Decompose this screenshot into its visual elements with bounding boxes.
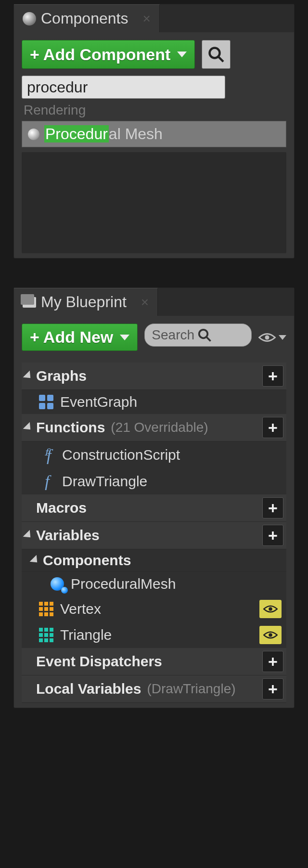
search-icon: [207, 46, 225, 63]
search-placeholder: Search: [152, 327, 194, 343]
search-category-label: Rendering: [22, 99, 286, 121]
section-title: Variables: [36, 527, 100, 544]
section-title: Macros: [36, 500, 87, 516]
expand-arrow-icon: [23, 422, 34, 433]
item-label: ConstructionScript: [62, 447, 180, 463]
section-header-graphs[interactable]: Graphs +: [22, 363, 286, 390]
component-mesh-icon: [51, 577, 64, 591]
section-header-local-variables[interactable]: Local Variables (DrawTriangle) +: [22, 675, 286, 703]
add-macro-button[interactable]: +: [262, 497, 283, 518]
svg-point-5: [269, 607, 272, 611]
item-proceduralmesh[interactable]: ProceduralMesh: [22, 572, 286, 596]
item-vertex[interactable]: Vertex: [22, 596, 286, 622]
add-local-variable-button[interactable]: +: [262, 678, 283, 700]
expand-arrow-icon: [23, 371, 34, 382]
array-icon: [39, 628, 53, 642]
blueprint-search-input[interactable]: Search: [144, 324, 252, 347]
add-variable-button[interactable]: +: [262, 525, 283, 546]
svg-point-4: [265, 335, 270, 339]
plus-icon: +: [30, 328, 39, 347]
function-icon: f: [39, 472, 55, 491]
eye-icon: [258, 332, 276, 343]
my-blueprint-panel: My Blueprint × + Add New Search: [13, 287, 295, 708]
section-header-macros[interactable]: Macros +: [22, 494, 286, 522]
eye-icon: [263, 604, 278, 614]
section-header-event-dispatchers[interactable]: Event Dispatchers +: [22, 648, 286, 675]
chevron-down-icon: [279, 335, 286, 340]
expand-arrow-icon: [30, 555, 41, 566]
search-icon: [197, 328, 212, 342]
chevron-down-icon: [177, 52, 187, 57]
subsection-header-components[interactable]: Components: [22, 549, 286, 572]
result-remainder: al Mesh: [109, 125, 163, 143]
components-panel: Components × + Add Component Rend: [13, 4, 295, 259]
plus-icon: +: [30, 45, 39, 64]
item-drawtriangle[interactable]: f DrawTriangle: [22, 468, 286, 494]
section-annotation: (21 Overridable): [111, 420, 260, 435]
section-title: Local Variables: [36, 681, 141, 697]
function-override-icon: ᶠf: [39, 445, 55, 465]
graph-icon: [39, 395, 53, 409]
components-tabbar: Components ×: [14, 4, 294, 32]
expand-arrow-icon: [23, 530, 34, 541]
item-label: DrawTriangle: [62, 473, 147, 490]
item-eventgraph[interactable]: EventGraph: [22, 390, 286, 414]
svg-line-1: [218, 57, 224, 62]
section-annotation: (DrawTriangle): [147, 681, 260, 697]
blueprint-tab-icon: [23, 297, 36, 308]
array-icon: [39, 602, 53, 616]
search-result-procedural-mesh[interactable]: Procedural Mesh: [22, 121, 286, 147]
section-title: Graphs: [36, 368, 87, 384]
add-component-button[interactable]: + Add Component: [22, 40, 195, 69]
visibility-filter-button[interactable]: [258, 324, 286, 351]
components-tab-title: Components: [41, 10, 128, 27]
add-event-dispatcher-button[interactable]: +: [262, 651, 283, 672]
section-header-variables[interactable]: Variables +: [22, 522, 286, 549]
variable-visibility-toggle[interactable]: [259, 600, 282, 618]
svg-line-3: [206, 337, 211, 341]
item-label: ProceduralMesh: [71, 576, 176, 592]
item-triangle[interactable]: Triangle: [22, 622, 286, 648]
search-toggle-button[interactable]: [202, 40, 231, 69]
components-tab[interactable]: Components ×: [14, 4, 160, 32]
chevron-down-icon: [120, 335, 129, 340]
add-function-button[interactable]: +: [262, 417, 283, 438]
empty-space: [22, 152, 286, 253]
blueprint-tree: Graphs + EventGraph Functions (21 Overri…: [22, 363, 286, 703]
result-highlight: Procedur: [44, 125, 109, 143]
components-tab-icon: [23, 12, 36, 26]
item-label: Triangle: [60, 627, 112, 643]
eye-icon: [263, 630, 278, 640]
close-icon[interactable]: ×: [141, 295, 149, 310]
add-component-label: Add Component: [43, 45, 170, 64]
blueprint-tab-title: My Blueprint: [41, 293, 127, 311]
subsection-title: Components: [43, 552, 131, 569]
section-title: Event Dispatchers: [36, 653, 162, 670]
add-new-button[interactable]: + Add New: [22, 324, 138, 351]
variable-visibility-toggle[interactable]: [259, 626, 282, 644]
close-icon[interactable]: ×: [142, 11, 150, 26]
blueprint-tabbar: My Blueprint ×: [14, 288, 294, 316]
item-label: EventGraph: [60, 394, 137, 410]
item-label: Vertex: [60, 601, 101, 617]
svg-point-2: [199, 330, 208, 338]
svg-point-6: [269, 633, 272, 637]
section-title: Functions: [36, 419, 105, 436]
add-graph-button[interactable]: +: [262, 365, 283, 387]
mesh-icon: [28, 129, 39, 140]
add-new-label: Add New: [43, 328, 113, 347]
component-search-input[interactable]: [22, 76, 225, 99]
section-header-functions[interactable]: Functions (21 Overridable) +: [22, 414, 286, 441]
svg-point-0: [210, 48, 220, 58]
item-constructionscript[interactable]: ᶠf ConstructionScript: [22, 441, 286, 468]
my-blueprint-tab[interactable]: My Blueprint ×: [14, 288, 158, 316]
